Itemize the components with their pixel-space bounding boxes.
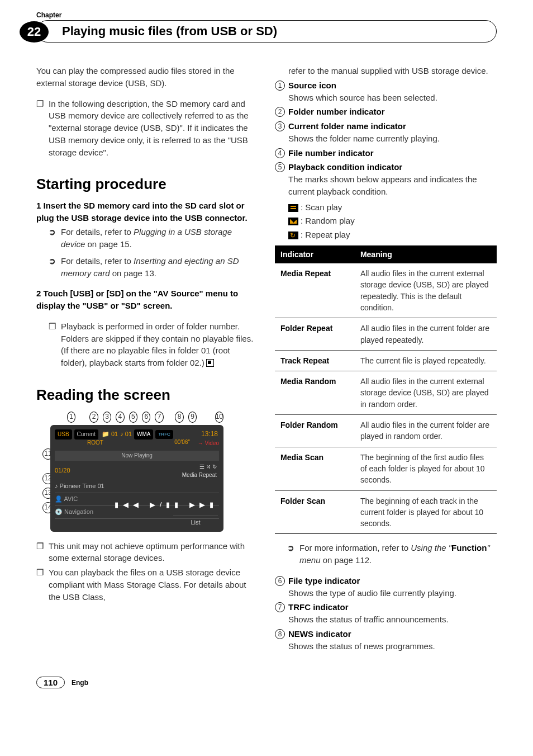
item-4: 4File number indicator	[275, 147, 497, 159]
item-1-desc: Shows which source has been selected.	[288, 92, 497, 104]
ref-prefix: For details, refer to	[61, 227, 134, 237]
repeat-label: : Repeat play	[301, 230, 350, 239]
footer: 110 Engb	[36, 677, 497, 688]
scan-play-line: : Scan play	[288, 201, 497, 214]
circled-5-icon: 5	[275, 162, 285, 172]
more-info-line: For more information, refer to Using the…	[299, 542, 497, 566]
cell-meaning: All audio files in the current external …	[355, 371, 497, 415]
more-info-suffix: on page 112.	[321, 555, 372, 565]
marker-7: 7	[155, 412, 163, 423]
circled-1-icon: 1	[275, 81, 285, 91]
after-bullet-2: You can playback the files on a USB stor…	[49, 566, 258, 603]
th-indicator: Indicator	[275, 245, 355, 263]
ref-prefix: For details, refer to	[61, 256, 134, 266]
more-info-ital1: Using the "	[411, 543, 451, 552]
random-icon	[288, 218, 298, 225]
marker-9: 9	[188, 412, 197, 423]
step-1-ref-b: For details, refer to Inserting and ejec…	[61, 255, 258, 280]
current-badge: Current	[74, 429, 98, 440]
cell-indicator: Track Repeat	[275, 350, 355, 371]
ref-suffix: on page 15.	[85, 239, 131, 249]
item-3: 3Current folder name indicator Shows the…	[275, 120, 497, 145]
cell-meaning: The beginning of each track in the curre…	[355, 490, 497, 534]
item-8-desc: Shows the status of news programmes.	[288, 640, 497, 653]
table-row: Media RepeatAll audio files in the curre…	[275, 263, 497, 318]
list-button: List	[173, 516, 218, 527]
more-info-bold: Function	[451, 543, 487, 552]
item-7-desc: Shows the status of traffic announcement…	[288, 613, 497, 626]
item-4-title: File number indicator	[288, 148, 374, 158]
th-meaning: Meaning	[355, 245, 497, 263]
marker-10: 10	[215, 412, 223, 423]
item-1-title: Source icon	[288, 81, 336, 90]
marker-6: 6	[142, 412, 150, 423]
more-info-ref: For more information, refer to Using the…	[275, 542, 497, 566]
circled-4-icon: 4	[275, 148, 285, 158]
video-link: → Video	[198, 440, 219, 448]
item-1: 1Source icon Shows which source has been…	[275, 79, 497, 104]
cell-indicator: Folder Random	[275, 415, 355, 447]
chapter-label: Chapter	[36, 11, 497, 19]
table-row: Folder RepeatAll audio files in the curr…	[275, 318, 497, 351]
continuation-text: refer to the manual supplied with USB st…	[288, 65, 497, 77]
after-screenshot-bullets: This unit may not achieve optimum perfor…	[36, 540, 258, 603]
more-info-prefix: For more information, refer to	[299, 543, 411, 552]
after-bullet-1: This unit may not achieve optimum perfor…	[49, 540, 258, 565]
cell-indicator: Folder Repeat	[275, 318, 355, 351]
item-3-title: Current folder name indicator	[288, 121, 406, 131]
circled-3-icon: 3	[275, 121, 285, 131]
cell-indicator: Media Random	[275, 371, 355, 415]
device-ui-illustration: 1 2 3 4 5 6 7 8 9 10 11 12	[50, 412, 223, 532]
left-column: You can play the compressed audio files …	[36, 65, 258, 654]
table-row: Media ScanThe beginning of the first aud…	[275, 447, 497, 490]
intro-text: You can play the compressed audio files …	[36, 65, 258, 89]
circled-8-icon: 8	[275, 629, 285, 639]
cell-meaning: All audio files in the current folder ar…	[355, 318, 497, 351]
source-icon: USB	[55, 429, 72, 440]
track-counter: 01/20	[55, 466, 70, 475]
item-8-title: NEWS indicator	[288, 629, 351, 639]
item-6-desc: Shows the type of audio file currently p…	[288, 587, 497, 599]
cell-meaning: The beginning of the first audio files o…	[355, 447, 497, 490]
page: Chapter 22 Playing music files (from USB…	[0, 0, 533, 711]
item-3-desc: Shows the folder name currently playing.	[288, 133, 497, 145]
indicator-table: Indicator Meaning Media RepeatAll audio …	[275, 245, 497, 535]
step-1-refs: For details, refer to Plugging in a USB …	[36, 226, 258, 279]
table-row: Folder RandomAll audio files in the curr…	[275, 415, 497, 447]
item-2: 2Folder number indicator	[275, 106, 497, 118]
table-row: Media RandomAll audio files in the curre…	[275, 371, 497, 415]
right-column: refer to the manual supplied with USB st…	[275, 65, 497, 654]
intro-bullets: In the following description, the SD mem…	[36, 98, 258, 159]
now-playing-label: Now Playing	[55, 451, 219, 461]
step-2-heading: 2 Touch [USB] or [SD] on the "AV Source"…	[36, 287, 258, 312]
language-code: Engb	[72, 679, 88, 687]
step-2-bullet: Playback is performed in order of folder…	[61, 320, 258, 369]
circled-2-icon: 2	[275, 107, 285, 117]
trfc-badge: TRFC	[155, 430, 173, 439]
item-7: 7TRFC indicator Shows the status of traf…	[275, 601, 497, 626]
item-8: 8NEWS indicator Shows the status of news…	[275, 628, 497, 653]
step-1-heading: 1 Insert the SD memory card into the SD …	[36, 200, 258, 224]
device-frame: USB Current 📁 01 ♪ 01 WMA TRFC ROOT 13:1…	[50, 425, 223, 532]
cell-meaning: The current file is played repeatedly.	[355, 350, 497, 371]
cell-meaning: All audio files in the current folder ar…	[355, 415, 497, 447]
marker-5: 5	[129, 412, 137, 423]
callout-markers-top: 1 2 3 4 5 6 7 8 9 10	[67, 412, 223, 423]
item-5-desc: The marks shown below appears and indica…	[288, 173, 497, 198]
cell-indicator: Media Scan	[275, 447, 355, 490]
content-columns: You can play the compressed audio files …	[36, 65, 497, 654]
marker-2: 2	[89, 412, 98, 423]
marker-8: 8	[175, 412, 183, 423]
repeat-play-line: : Repeat play	[288, 229, 497, 241]
item-2-title: Folder number indicator	[288, 107, 385, 116]
table-row: Track RepeatThe current file is played r…	[275, 350, 497, 371]
page-title: Playing music files (from USB or SD)	[36, 20, 497, 42]
marker-3: 3	[103, 412, 111, 423]
item-7-title: TRFC indicator	[288, 602, 349, 612]
scan-icon	[288, 204, 298, 212]
track-title-line: ♪ Pioneer Time 01	[55, 480, 219, 493]
header: Chapter 22 Playing music files (from USB…	[36, 11, 497, 42]
item-5: 5Playback condition indicator The marks …	[275, 161, 497, 197]
marker-1: 1	[67, 412, 75, 423]
item-6-title: File type indicator	[288, 576, 360, 585]
